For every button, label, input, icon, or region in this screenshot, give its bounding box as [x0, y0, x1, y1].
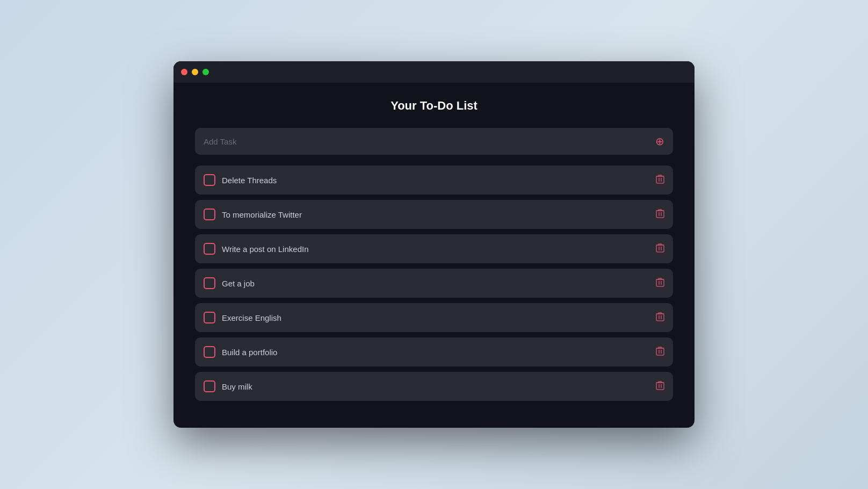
task-checkbox[interactable]	[204, 208, 215, 220]
svg-rect-24	[656, 383, 664, 390]
minimize-button[interactable]	[192, 69, 198, 75]
task-label: Buy milk	[222, 382, 252, 391]
task-label: Write a post on LinkedIn	[222, 244, 308, 254]
task-checkbox[interactable]	[204, 174, 215, 186]
task-left: Build a portfolio	[204, 346, 277, 358]
task-item: Get a job	[195, 269, 673, 298]
task-item: Exercise English	[195, 303, 673, 332]
delete-task-button[interactable]	[656, 380, 664, 392]
svg-rect-4	[656, 211, 664, 218]
task-item: Delete Threads	[195, 166, 673, 195]
svg-rect-0	[656, 176, 664, 183]
page-title: Your To-Do List	[195, 99, 673, 113]
delete-task-button[interactable]	[656, 208, 664, 220]
task-list: Delete Threads To memorialize Twitter Wr…	[195, 166, 673, 401]
task-checkbox[interactable]	[204, 243, 215, 255]
svg-rect-16	[656, 314, 664, 321]
task-checkbox[interactable]	[204, 380, 215, 392]
task-item: Build a portfolio	[195, 337, 673, 366]
task-label: Get a job	[222, 279, 255, 288]
svg-rect-8	[656, 245, 664, 252]
task-left: Write a post on LinkedIn	[204, 243, 308, 255]
delete-task-button[interactable]	[656, 174, 664, 186]
task-label: To memorialize Twitter	[222, 210, 302, 219]
app-window: Your To-Do List ⊕ Delete Threads To memo…	[173, 61, 695, 428]
maximize-button[interactable]	[202, 69, 209, 75]
task-left: Buy milk	[204, 380, 252, 392]
titlebar	[173, 61, 695, 83]
add-task-icon[interactable]: ⊕	[655, 135, 664, 148]
task-item: To memorialize Twitter	[195, 200, 673, 229]
task-label: Delete Threads	[222, 176, 277, 185]
main-content: Your To-Do List ⊕ Delete Threads To memo…	[173, 83, 695, 428]
task-checkbox[interactable]	[204, 312, 215, 323]
close-button[interactable]	[181, 69, 187, 75]
task-label: Build a portfolio	[222, 348, 277, 357]
add-task-bar: ⊕	[195, 128, 673, 155]
svg-rect-20	[656, 348, 664, 355]
task-checkbox[interactable]	[204, 277, 215, 289]
task-item: Write a post on LinkedIn	[195, 234, 673, 263]
task-item: Buy milk	[195, 372, 673, 401]
task-checkbox[interactable]	[204, 346, 215, 358]
add-task-input[interactable]	[204, 137, 655, 146]
delete-task-button[interactable]	[656, 243, 664, 255]
delete-task-button[interactable]	[656, 312, 664, 323]
task-left: Delete Threads	[204, 174, 277, 186]
task-left: To memorialize Twitter	[204, 208, 302, 220]
delete-task-button[interactable]	[656, 346, 664, 358]
task-left: Get a job	[204, 277, 255, 289]
task-label: Exercise English	[222, 313, 281, 322]
svg-rect-12	[656, 279, 664, 286]
delete-task-button[interactable]	[656, 277, 664, 289]
task-left: Exercise English	[204, 312, 281, 323]
